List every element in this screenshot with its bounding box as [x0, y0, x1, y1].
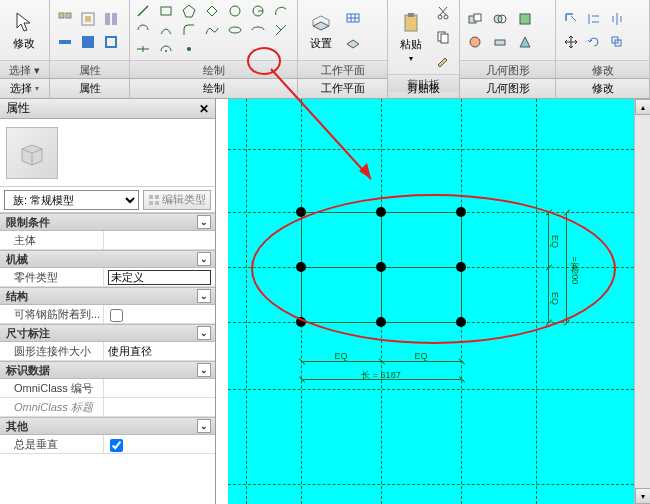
prop-btn-2[interactable] — [77, 8, 99, 30]
copy-button[interactable] — [432, 26, 454, 48]
mirror-btn[interactable] — [583, 8, 605, 30]
panel-tab-modify[interactable]: 修改 — [556, 79, 650, 98]
edit-type-button[interactable]: 编辑类型 — [143, 190, 211, 210]
cut-geom-btn[interactable] — [464, 8, 486, 30]
rect-tool[interactable] — [155, 2, 177, 20]
half-arc-tool[interactable] — [155, 40, 177, 58]
scroll-down-icon[interactable]: ▾ — [635, 488, 650, 504]
drawing-canvas[interactable]: EQ EQ 长 = 6187 EQ EQ 宽 = 4200 — [216, 99, 634, 504]
circle-tool[interactable] — [224, 2, 246, 20]
prop-row: 可将钢筋附着到... — [0, 305, 215, 324]
prop-name: OmniClass 标题 — [0, 398, 104, 416]
cat-mechanical[interactable]: 机械⌄ — [0, 250, 215, 268]
cat-dimensions[interactable]: 尺寸标注⌄ — [0, 324, 215, 342]
prop-value[interactable] — [104, 398, 215, 416]
rotate-btn[interactable] — [583, 31, 605, 53]
prop-btn-5[interactable] — [77, 31, 99, 53]
expand-icon[interactable]: ⌄ — [197, 289, 211, 303]
expand-icon[interactable]: ⌄ — [197, 215, 211, 229]
paint-btn[interactable] — [514, 8, 536, 30]
ellipse-tool[interactable] — [224, 21, 246, 39]
fillet-tool[interactable] — [178, 21, 200, 39]
close-icon[interactable]: ✕ — [199, 102, 209, 116]
part-type-input[interactable] — [108, 270, 211, 285]
prop-value[interactable] — [104, 379, 215, 397]
panel-title: 属性 — [6, 100, 30, 117]
arc3-tool[interactable] — [155, 21, 177, 39]
geom-btn-5[interactable] — [489, 31, 511, 53]
prop-value[interactable] — [104, 231, 215, 249]
prop-value[interactable] — [104, 435, 215, 453]
workplane-icon — [309, 10, 333, 34]
match-button[interactable] — [432, 50, 454, 72]
dropdown-icon[interactable]: ▾ — [34, 64, 40, 76]
prop-btn-6[interactable] — [100, 31, 122, 53]
rebar-checkbox[interactable] — [110, 309, 123, 322]
scroll-up-icon[interactable]: ▴ — [635, 99, 650, 115]
vertical-scrollbar[interactable]: ▴ ▾ — [634, 99, 650, 504]
svg-marker-11 — [183, 5, 195, 17]
cat-identity[interactable]: 标识数据⌄ — [0, 361, 215, 379]
tab-label: 几何图形 — [486, 81, 530, 96]
mirror2-btn[interactable] — [606, 8, 628, 30]
prop-btn-3[interactable] — [100, 8, 122, 30]
modify-button[interactable]: 修改 — [4, 2, 44, 58]
paste-button[interactable]: 粘贴 ▾ — [392, 9, 430, 65]
show-workplane-btn[interactable] — [342, 7, 364, 29]
cut-button[interactable] — [432, 2, 454, 24]
geom-btn-6[interactable] — [514, 31, 536, 53]
preview-thumbnail — [6, 127, 58, 179]
prop-value[interactable] — [104, 305, 215, 323]
prop-value[interactable]: 使用直径 — [104, 342, 215, 360]
arc-center-tool[interactable] — [247, 2, 269, 20]
annotation-circle — [247, 47, 281, 75]
pick-line2-tool[interactable] — [132, 40, 154, 58]
point-tool[interactable] — [178, 40, 200, 58]
panel-tab-geometry[interactable]: 几何图形 — [460, 79, 556, 98]
cat-label: 其他 — [6, 419, 28, 434]
prop-row: OmniClass 编号 — [0, 379, 215, 398]
svg-line-46 — [271, 69, 371, 179]
group-title: 修改 — [556, 60, 649, 78]
polygon-tool[interactable] — [178, 2, 200, 20]
expand-icon[interactable]: ⌄ — [197, 252, 211, 266]
arc-tool[interactable] — [270, 2, 292, 20]
svg-rect-0 — [59, 13, 64, 18]
panel-tab-properties[interactable]: 属性 — [50, 79, 130, 98]
expand-icon[interactable]: ⌄ — [197, 419, 211, 433]
cat-label: 标识数据 — [6, 363, 50, 378]
ribbon-group-properties: 属性 — [50, 0, 130, 78]
arc2-tool[interactable] — [132, 21, 154, 39]
cat-constraints[interactable]: 限制条件⌄ — [0, 213, 215, 231]
set-workplane-button[interactable]: 设置 — [302, 2, 340, 58]
cat-other[interactable]: 其他⌄ — [0, 417, 215, 435]
prop-row: 总是垂直 — [0, 435, 215, 454]
panel-tab-select[interactable]: 选择▾ — [0, 79, 50, 98]
prop-btn-4[interactable] — [54, 31, 76, 53]
partial-ellipse-tool[interactable] — [247, 21, 269, 39]
join-geom-btn[interactable] — [489, 8, 511, 30]
workplane-viewer-btn[interactable] — [342, 31, 364, 53]
cat-structure[interactable]: 结构⌄ — [0, 287, 215, 305]
svg-rect-5 — [112, 13, 117, 25]
move-btn[interactable] — [560, 31, 582, 53]
line-tool[interactable] — [132, 2, 154, 20]
type-selector-row: 族: 常规模型 编辑类型 — [0, 187, 215, 213]
pick-line-tool[interactable] — [270, 21, 292, 39]
polygon2-tool[interactable] — [201, 2, 223, 20]
offset-btn[interactable] — [606, 31, 628, 53]
svg-rect-10 — [161, 7, 171, 15]
geom-btn-4[interactable] — [464, 31, 486, 53]
always-vertical-checkbox[interactable] — [110, 439, 123, 452]
align-btn[interactable] — [560, 8, 582, 30]
button-label: 设置 — [310, 36, 332, 51]
prop-value[interactable] — [104, 268, 215, 286]
svg-rect-1 — [66, 13, 71, 18]
cat-label: 限制条件 — [6, 215, 50, 230]
expand-icon[interactable]: ⌄ — [197, 326, 211, 340]
expand-icon[interactable]: ⌄ — [197, 363, 211, 377]
spline-tool[interactable] — [201, 21, 223, 39]
svg-rect-43 — [155, 195, 159, 199]
family-type-select[interactable]: 族: 常规模型 — [4, 190, 139, 210]
prop-btn-1[interactable] — [54, 8, 76, 30]
